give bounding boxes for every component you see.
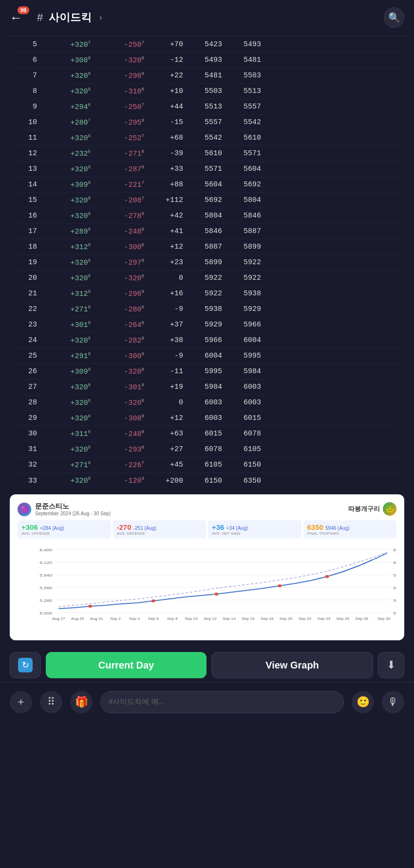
offense-value: +3208 (39, 414, 93, 423)
diff-value: +33 (146, 165, 185, 173)
curr-trophies: 5922 (224, 274, 263, 282)
row-index: 15 (15, 196, 39, 204)
svg-text:Sep 26: Sep 26 (336, 617, 349, 621)
prev-trophies: 5929 (185, 321, 224, 329)
row-index: 13 (15, 165, 39, 173)
player-avatar: 🟣 (18, 503, 31, 516)
diff-value: +37 (146, 321, 185, 329)
svg-text:Sep 30: Sep 30 (377, 617, 391, 621)
stat-box: +36 +34 (Aug) AVG. NET GAIN (208, 520, 301, 539)
refresh-button[interactable]: ↻ (10, 652, 41, 678)
table-row: 19 +3208 -2978 +23 5899 5922 (15, 255, 399, 271)
refresh-icon: ↻ (18, 658, 33, 672)
row-index: 5 (15, 40, 39, 49)
defense-value: -2648 (93, 321, 146, 329)
table-row: 20 +3208 -3208 0 5922 5922 (15, 271, 399, 286)
apps-button[interactable]: ⠿ (40, 691, 62, 713)
channel-name: 사이드킥 (49, 10, 92, 25)
graph-left-info: 🟣 문준스티노 September 2024 (26 Aug - 30 Sep) (18, 502, 111, 516)
table-row: 9 +2948 -2507 +44 5513 5557 (15, 99, 399, 115)
prev-trophies: 5503 (185, 87, 224, 95)
row-index: 19 (15, 258, 39, 267)
diff-value: -15 (146, 118, 185, 127)
table-row: 8 +3208 -3108 +10 5503 5513 (15, 84, 399, 99)
curr-trophies: 5542 (224, 118, 263, 127)
plus-button[interactable]: + (10, 691, 32, 713)
download-icon: ⬇ (387, 659, 395, 671)
row-index: 24 (15, 336, 39, 344)
graph-right-info: 따봉개구리 🐸 (348, 502, 396, 516)
prev-trophies: 5692 (185, 196, 224, 204)
table-row: 27 +3208 -3018 +19 5984 6003 (15, 380, 399, 395)
svg-text:Sep 22: Sep 22 (299, 617, 312, 621)
stat-value: 6350 5946 (Aug) (307, 523, 393, 531)
stat-value: +306 +284 (Aug) (21, 523, 107, 531)
diff-value: +16 (146, 289, 185, 298)
prev-trophies: 5922 (185, 289, 224, 298)
svg-text:Sep 28: Sep 28 (355, 617, 368, 621)
curr-trophies: 6003 (224, 383, 263, 391)
back-button[interactable]: ← 99 (10, 10, 22, 25)
diff-value: +88 (146, 181, 185, 189)
row-index: 7 (15, 72, 39, 80)
table-row: 24 +3208 -2828 +38 5966 6004 (15, 333, 399, 348)
opponent-name: 따봉개구리 (348, 505, 380, 513)
offense-value: +3207 (39, 40, 93, 49)
table-row: 17 +2898 -2488 +41 5846 5887 (15, 224, 399, 239)
chart-area: 6,400 6,120 5,840 5,560 5,280 5,000 6,40… (18, 544, 396, 622)
svg-text:Aug 29: Aug 29 (71, 617, 84, 621)
curr-trophies: 5899 (224, 243, 263, 251)
offense-value: +3098 (39, 367, 93, 376)
defense-value: -2968 (93, 289, 146, 298)
curr-trophies: 5610 (224, 134, 263, 142)
svg-point-21 (278, 584, 282, 587)
svg-text:Sep 6: Sep 6 (148, 617, 159, 621)
row-index: 8 (15, 87, 39, 95)
curr-trophies: 6004 (224, 336, 263, 344)
curr-trophies: 5557 (224, 103, 263, 111)
stat-label: AVG. OFFENSE (21, 531, 107, 536)
message-input[interactable]: #사이드킥에 메... (100, 691, 344, 713)
offense-value: +3208 (39, 134, 93, 143)
offense-value: +3208 (39, 383, 93, 392)
prev-trophies: 6105 (185, 461, 224, 469)
svg-point-22 (325, 575, 329, 578)
view-graph-button[interactable]: View Graph (211, 652, 373, 678)
search-button[interactable]: 🔍 (384, 7, 404, 28)
svg-text:Aug 27: Aug 27 (52, 617, 65, 621)
prev-trophies: 6003 (185, 398, 224, 407)
plus-icon: + (18, 696, 24, 708)
stat-box: +306 +284 (Aug) AVG. OFFENSE (18, 520, 111, 539)
diff-value: +10 (146, 87, 185, 95)
offense-value: +2326 (39, 149, 93, 158)
emoji-button[interactable]: 🙂 (352, 691, 374, 713)
diff-value: -9 (146, 305, 185, 313)
offense-value: +2918 (39, 352, 93, 361)
diff-value: +19 (146, 383, 185, 391)
curr-trophies: 5493 (224, 40, 263, 49)
prev-trophies: 5571 (185, 165, 224, 173)
gift-icon: 🎁 (75, 696, 88, 708)
download-button[interactable]: ⬇ (378, 652, 404, 678)
mic-button[interactable]: 🎙 (382, 691, 404, 713)
curr-trophies: 5503 (224, 72, 263, 80)
offense-value: +3088 (39, 56, 93, 65)
row-index: 28 (15, 398, 39, 407)
curr-trophies: 5938 (224, 289, 263, 298)
current-day-button[interactable]: Current Day (46, 652, 207, 678)
diff-value: +42 (146, 212, 185, 220)
table-row: 15 +3208 -2087 +112 5692 5804 (15, 193, 399, 208)
svg-text:5,560: 5,560 (394, 586, 396, 590)
defense-value: -2087 (93, 196, 146, 205)
row-index: 30 (15, 430, 39, 438)
curr-trophies: 5846 (224, 212, 263, 220)
svg-point-18 (88, 605, 92, 608)
curr-trophies: 5995 (224, 352, 263, 360)
player-name: 문준스티노 (35, 502, 111, 511)
defense-value: -3208 (93, 398, 146, 407)
table-row: 22 +2718 -2808 -9 5938 5929 (15, 302, 399, 317)
data-table: 5 +3207 -2507 +70 5423 5493 6 +3088 -320… (5, 37, 409, 483)
gift-button[interactable]: 🎁 (70, 691, 93, 713)
row-index: 6 (15, 56, 39, 64)
table-row: 12 +2326 -2718 -39 5610 5571 (15, 146, 399, 162)
